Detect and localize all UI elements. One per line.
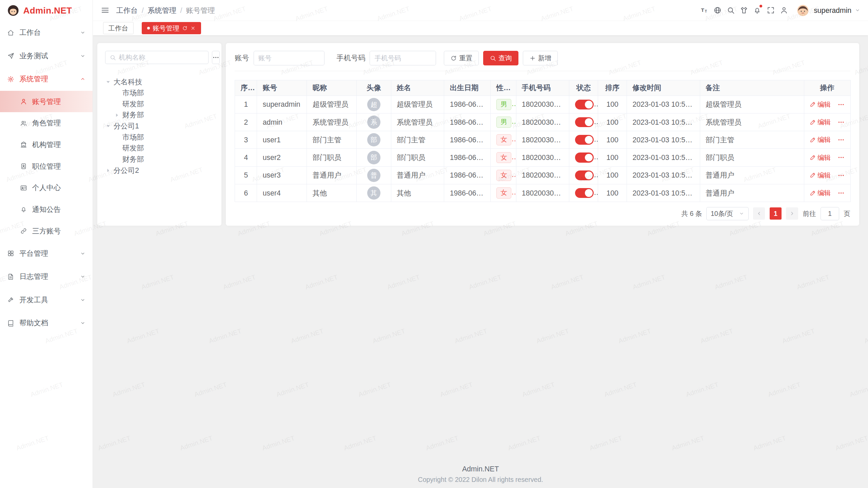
edit-button[interactable]: 编辑 [810,171,831,180]
tree-node[interactable]: 大名科技 [105,76,214,87]
status-toggle[interactable] [575,188,594,198]
add-button[interactable]: 新增 [523,51,558,65]
caret-down-icon[interactable] [105,79,111,85]
cell-account: user3 [257,166,307,184]
cell-phone: 18020030720 [516,166,569,184]
bell-icon[interactable] [751,4,764,17]
sidebar-subitem-position[interactable]: 职位管理 [0,156,93,177]
sidebar-item-devtools[interactable]: 开发工具 [0,288,93,312]
cell-modified: 2023-01-03 10:59:44 [627,113,700,131]
fullscreen-icon[interactable] [764,4,777,17]
edit-button[interactable]: 编辑 [810,118,831,127]
sidebar-item-system-management[interactable]: 系统管理 [0,67,93,91]
status-toggle[interactable] [575,100,594,109]
sidebar-item-platform[interactable]: 平台管理 [0,242,93,265]
username[interactable]: superadmin [814,6,851,15]
phone-input[interactable] [370,51,436,65]
chev-up-icon [80,76,85,82]
goto-page-input[interactable] [821,207,840,220]
theme-icon[interactable] [737,4,751,17]
sidebar-subitem-label: 账号管理 [32,97,61,106]
edit-button[interactable]: 编辑 [810,153,831,162]
cell-nickname: 普通用户 [307,166,357,184]
tab-label: 工作台 [108,24,128,33]
caret-right-icon[interactable] [114,112,120,118]
search-button[interactable]: 查询 [483,51,518,65]
sidebar-subitem-notice[interactable]: 通知公告 [0,199,93,220]
breadcrumb: 工作台/系统管理/账号管理 [116,6,215,15]
org-search-input[interactable] [119,54,204,61]
page-size-select[interactable]: 10条/页 [706,207,748,220]
status-toggle[interactable] [575,117,594,127]
page-number-button[interactable]: 1 [770,207,782,220]
cell-no: 5 [235,166,257,184]
sidebar-subitem-thirdparty[interactable]: 三方账号 [0,220,93,242]
sidebar-subitem-org[interactable]: 机构管理 [0,134,93,156]
tree-node[interactable]: 研发部 [105,99,214,110]
sidebar-item-business-test[interactable]: 业务测试 [0,44,93,68]
cell-modified: 2023-01-03 10:59:44 [627,131,700,149]
breadcrumb-item[interactable]: 账号管理 [186,6,215,15]
breadcrumb-item[interactable]: 系统管理 [147,6,176,15]
cell-no: 1 [235,96,257,113]
tree-node[interactable]: 财务部 [105,109,214,121]
tab-refresh-icon[interactable] [182,25,188,31]
page-unit-label: 页 [844,209,850,218]
account-input[interactable] [254,51,324,65]
row-more-button[interactable] [837,101,845,108]
cell-account: user1 [257,131,307,149]
edit-button[interactable]: 编辑 [810,135,831,144]
chevron-left-icon [756,210,762,217]
cell-name: 普通用户 [391,166,444,184]
avatar[interactable] [797,4,809,17]
org-search-field[interactable] [105,51,209,64]
prev-page-button[interactable] [753,207,765,220]
edit-icon [810,190,816,196]
sidebar-item-workbench[interactable]: 工作台 [0,21,93,44]
link-icon [20,227,27,235]
tree-node[interactable]: 市场部 [105,87,214,99]
hamburger-icon[interactable] [101,6,110,15]
status-toggle[interactable] [575,152,594,162]
breadcrumb-item[interactable]: 工作台 [116,6,138,15]
sidebar-subitem-role[interactable]: 角色管理 [0,112,93,134]
row-more-button[interactable] [837,189,845,197]
cell-status [569,113,598,131]
column-header: 性别 [491,80,516,96]
status-toggle[interactable] [575,135,594,145]
tab-close-icon[interactable] [190,25,196,31]
fullscreen-glyph [767,6,775,14]
tree-node[interactable]: 财务部 [105,154,214,165]
row-more-button[interactable] [837,154,845,161]
more-icon [837,189,845,197]
sidebar-subitem-profile[interactable]: 个人中心 [0,177,93,199]
search-icon[interactable] [724,4,737,17]
tree-node[interactable]: 分公司1 [105,121,214,132]
next-page-button[interactable] [786,207,798,220]
caret-right-icon[interactable] [105,167,111,174]
row-more-button[interactable] [837,119,845,126]
tree-more-button[interactable] [212,51,220,64]
sidebar-item-docs[interactable]: 帮助文档 [0,311,93,335]
row-more-button[interactable] [837,136,845,143]
edit-button[interactable]: 编辑 [810,188,831,198]
logo[interactable]: Admin.NET [0,0,93,21]
sidebar-subitem-account[interactable]: 账号管理 [0,91,93,113]
cell-modified: 2023-01-03 10:59:44 [627,166,700,184]
tree-node[interactable]: 市场部 [105,131,214,143]
edit-label: 编辑 [817,153,831,162]
tree-node[interactable]: 研发部 [105,143,214,154]
caret-down-icon[interactable] [105,123,111,129]
status-toggle[interactable] [575,170,594,180]
row-more-button[interactable] [837,172,845,179]
reset-button[interactable]: 重置 [444,51,479,65]
font-size-icon[interactable]: TT [697,4,711,17]
sidebar-item-log[interactable]: 日志管理 [0,265,93,288]
edit-button[interactable]: 编辑 [810,100,831,109]
user-menu-caret-icon[interactable] [855,7,860,13]
user-icon[interactable] [777,4,790,17]
tree-node[interactable]: 分公司2 [105,165,214,176]
tab-workbench[interactable]: 工作台 [103,22,134,34]
tab-account[interactable]: 账号管理 [142,22,201,34]
globe-icon[interactable] [711,4,724,17]
